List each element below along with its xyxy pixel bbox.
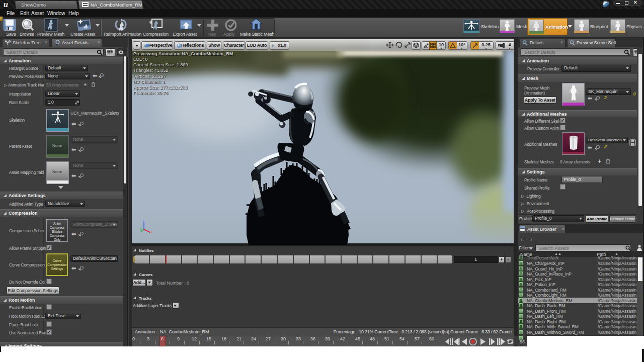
svg-text:x: x: [151, 230, 153, 233]
svg-text:y: y: [140, 227, 142, 231]
svg-text:Z: Z: [142, 220, 145, 223]
